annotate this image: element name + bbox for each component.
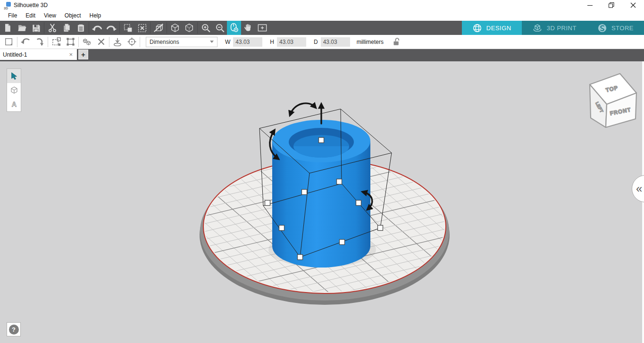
shaded-view-button[interactable] — [182, 21, 196, 35]
zoom-out-button[interactable] — [213, 21, 227, 35]
zoom-in-icon — [201, 23, 211, 33]
menu-edit[interactable]: Edit — [21, 11, 40, 20]
open-folder-icon — [17, 23, 27, 33]
tool-palette: A — [7, 68, 21, 112]
copy-button[interactable] — [59, 21, 74, 35]
tab-design-label: DESIGN — [486, 25, 511, 32]
rotate-object-button[interactable] — [33, 35, 47, 49]
minimize-button[interactable] — [579, 0, 601, 10]
center-on-bed-button[interactable] — [125, 35, 139, 49]
drop-to-bed-icon — [112, 37, 123, 47]
3d-scene: TOP LEFT FRONT — [0, 61, 644, 343]
paste-clipboard-icon — [76, 23, 85, 33]
collapse-panel-icon: « — [636, 182, 642, 195]
tab-close-icon[interactable]: × — [67, 51, 74, 58]
flip-horizontal-button[interactable] — [18, 35, 33, 49]
delete-x-icon — [97, 37, 106, 46]
flip-arrow-icon — [20, 37, 31, 47]
depth-input[interactable] — [321, 37, 350, 47]
delete-button[interactable] — [94, 35, 108, 49]
rotate-arrow-icon — [34, 37, 45, 47]
handle-front-right — [340, 240, 345, 245]
drag-zoom-icon — [229, 23, 239, 33]
new-document-icon — [3, 23, 12, 33]
wireframe-view-button[interactable] — [168, 21, 182, 35]
tab-3d-print[interactable]: 3D PRINT — [522, 21, 587, 35]
shapes-tool[interactable] — [7, 83, 21, 97]
help-button[interactable]: ? — [7, 322, 21, 336]
dimensions-dropdown-label: Dimensions — [150, 39, 179, 45]
text-tool[interactable]: A — [7, 97, 21, 111]
solid-view-button[interactable] — [151, 21, 166, 35]
handle-left — [265, 201, 270, 206]
object-toolbar: Dimensions W H D millimeters — [0, 35, 644, 49]
width-label: W — [225, 39, 230, 45]
document-tab-bar: Untitled-1 × + — [0, 49, 644, 61]
open-button[interactable] — [15, 21, 29, 35]
add-tab-button[interactable]: + — [78, 50, 88, 59]
drag-zoom-button[interactable] — [227, 21, 241, 35]
handle-front-left — [279, 226, 284, 231]
dimensions-dropdown[interactable]: Dimensions — [146, 37, 217, 47]
width-input[interactable] — [233, 37, 262, 47]
design-canvas[interactable]: TOP LEFT FRONT A « ? — [0, 61, 644, 343]
aspect-lock-button[interactable] — [392, 37, 401, 46]
view-cube[interactable]: TOP LEFT FRONT — [590, 74, 636, 127]
pan-button[interactable] — [241, 21, 255, 35]
undo-icon — [92, 24, 103, 32]
tab-store-label: STORE — [611, 25, 634, 32]
silhouette-3d-window: 3D Silhouette 3D File Edit View Object H… — [0, 0, 644, 343]
handle-back-right — [356, 201, 361, 206]
new-document-button[interactable] — [0, 21, 15, 35]
svg-text:A: A — [11, 100, 16, 108]
depth-label: D — [314, 39, 318, 45]
3d-print-icon — [532, 23, 543, 33]
deselect-button[interactable] — [135, 21, 149, 35]
transform-button[interactable] — [63, 35, 77, 49]
scale-icon — [51, 37, 61, 47]
drop-to-bed-button[interactable] — [110, 35, 125, 49]
rotate-y-arrow — [290, 103, 315, 115]
handle-top-center — [319, 138, 324, 143]
menu-file[interactable]: File — [4, 11, 21, 20]
restore-button[interactable] — [601, 0, 622, 10]
draw-rectangle-button[interactable] — [2, 35, 16, 49]
units-label: millimeters — [357, 39, 384, 45]
lock-open-icon — [392, 37, 401, 46]
wireframe-cube-icon — [170, 23, 180, 33]
tab-design[interactable]: DESIGN — [462, 21, 522, 35]
redo-button[interactable] — [104, 21, 118, 35]
undo-button[interactable] — [90, 21, 104, 35]
cut-button[interactable] — [45, 21, 59, 35]
paste-button[interactable] — [74, 21, 88, 35]
window-title: Silhouette 3D — [14, 2, 48, 8]
select-all-button[interactable] — [121, 21, 135, 35]
app-logo-icon: 3D — [4, 2, 11, 9]
tab-store[interactable]: STORE — [587, 21, 644, 35]
menu-object[interactable]: Object — [60, 11, 85, 20]
menu-help[interactable]: Help — [85, 11, 106, 20]
main-toolbar: DESIGN 3D PRINT STORE — [0, 21, 644, 35]
close-button[interactable] — [622, 0, 644, 10]
redo-icon — [106, 24, 117, 32]
zoom-in-button[interactable] — [199, 21, 213, 35]
height-input[interactable] — [277, 37, 306, 47]
menu-view[interactable]: View — [40, 11, 60, 20]
select-tool[interactable] — [7, 69, 21, 83]
document-tab[interactable]: Untitled-1 × — [0, 49, 77, 60]
group-button[interactable] — [80, 35, 94, 49]
scale-button[interactable] — [49, 35, 63, 49]
height-label: H — [270, 39, 274, 45]
fit-view-button[interactable] — [255, 21, 269, 35]
rectangle-tool-icon — [4, 37, 14, 47]
zoom-out-icon — [215, 23, 225, 33]
document-tab-title: Untitled-1 — [3, 51, 67, 58]
copy-icon — [62, 23, 71, 33]
save-button[interactable] — [29, 21, 43, 35]
group-cubes-icon — [82, 37, 92, 47]
help-icon: ? — [9, 325, 19, 335]
select-all-icon — [123, 23, 133, 33]
cut-scissors-icon — [48, 23, 57, 33]
save-icon — [32, 24, 41, 33]
handle-front — [298, 255, 303, 260]
